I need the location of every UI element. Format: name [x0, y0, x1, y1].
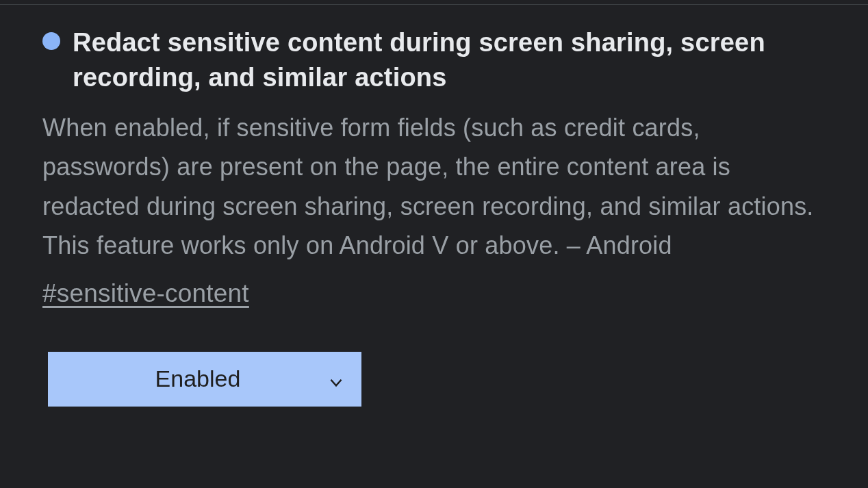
flag-description: When enabled, if sensitive form fields (… [42, 108, 826, 266]
flag-entry: Redact sensitive content during screen s… [0, 4, 868, 407]
dropdown-selected-label: Enabled [48, 365, 327, 392]
chevron-down-icon [327, 370, 345, 388]
flag-title-row: Redact sensitive content during screen s… [42, 25, 826, 96]
flag-title: Redact sensitive content during screen s… [73, 25, 826, 96]
modified-indicator-dot-icon [42, 32, 60, 50]
flag-hash-link[interactable]: #sensitive-content [42, 279, 249, 308]
flag-state-dropdown[interactable]: Enabled [48, 352, 361, 407]
